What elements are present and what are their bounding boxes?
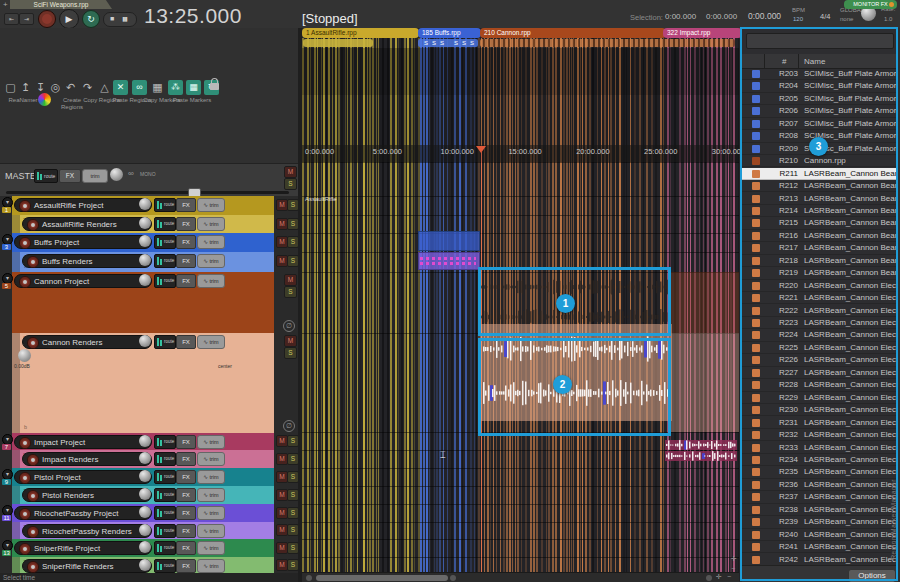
lock-icon[interactable] — [210, 83, 219, 90]
region-name[interactable]: LASRBeam_Cannon Electricity Be — [804, 367, 896, 378]
track-fx-button[interactable]: FX — [176, 217, 196, 231]
selection-start-value[interactable]: 0:00.000 — [665, 12, 696, 21]
region-row[interactable]: R215LASRBeam_Cannon Beam-Reloa — [742, 217, 898, 229]
region-filter-input[interactable] — [746, 33, 894, 49]
region-name[interactable]: LASRBeam_Cannon Electricity Be — [804, 392, 896, 403]
region-color-swatch[interactable] — [752, 157, 760, 165]
scroll-left-button[interactable] — [306, 575, 312, 581]
track-fx-button[interactable]: FX — [176, 488, 196, 502]
region-name[interactable]: LASRBeam_Cannon Electricity Be — [804, 516, 896, 527]
rate-value[interactable]: 1.0 — [884, 16, 892, 22]
region-color-swatch[interactable] — [752, 307, 760, 315]
pause-button[interactable]: ▮▮ — [122, 15, 127, 22]
play-button[interactable]: ▶ — [59, 9, 79, 29]
region-row[interactable]: R218LASRBeam_Cannon Beam-Reloa — [742, 255, 898, 267]
grid-markers-icon[interactable]: ▦ — [186, 80, 201, 95]
track-pan-knob[interactable] — [139, 198, 151, 210]
region-color-swatch[interactable] — [752, 481, 760, 489]
docker-tab-label[interactable]: Region/Marker Manager — [890, 479, 897, 560]
region-color-swatch[interactable] — [752, 257, 760, 265]
region-row[interactable]: R219LASRBeam_Cannon Beam-Reloa — [742, 267, 898, 279]
region-row[interactable]: R213LASRBeam_Cannon Beam-Reloa — [742, 193, 898, 205]
render-icon[interactable]: ◎ — [48, 80, 63, 95]
track-name-pill[interactable]: Pistol Renders — [22, 488, 152, 502]
region-row[interactable]: R226LASRBeam_Cannon Electricity Be — [742, 354, 898, 366]
bpm-value[interactable]: 120 — [793, 16, 803, 22]
region-color-swatch[interactable] — [752, 344, 760, 352]
region-color-swatch[interactable] — [752, 493, 760, 501]
record-arm-button[interactable] — [19, 437, 31, 449]
track-pan-knob[interactable] — [139, 235, 151, 247]
track-route-button[interactable]: route — [154, 506, 176, 520]
region-row[interactable]: R242LASRBeam_Cannon Electricity Be — [742, 554, 898, 566]
region-name[interactable]: LASRBeam_Cannon Beam-Reloa — [804, 255, 896, 266]
track-route-button[interactable]: route — [154, 335, 176, 349]
region-row[interactable]: R206SCIMisc_Buff Plate Armor-Deacti — [742, 105, 898, 117]
track-pan-knob[interactable] — [139, 506, 151, 518]
record-arm-button[interactable] — [19, 472, 31, 484]
region-name[interactable]: LASRBeam_Cannon Electricity Be — [804, 354, 896, 365]
record-arm-button[interactable] — [19, 508, 31, 520]
region-color-swatch[interactable] — [752, 269, 760, 277]
record-arm-button[interactable] — [27, 561, 39, 573]
region-color-swatch[interactable] — [752, 319, 760, 327]
track-fx-button[interactable]: FX — [176, 541, 196, 555]
track-fx-button[interactable]: FX — [176, 506, 196, 520]
region-color-swatch[interactable] — [752, 369, 760, 377]
phase-button[interactable]: ∅ — [283, 320, 295, 332]
track-trim-button[interactable]: ∿ trim — [197, 435, 225, 449]
region-color-swatch[interactable] — [752, 107, 760, 115]
track-fx-button[interactable]: FX — [176, 524, 196, 538]
region-color-swatch[interactable] — [752, 95, 760, 103]
region-color-swatch[interactable] — [752, 406, 760, 414]
track-fx-button[interactable]: FX — [176, 274, 196, 288]
region-name[interactable]: LASRBeam_Cannon Electricity Be — [804, 479, 896, 490]
region-row[interactable]: R210Cannon.rpp — [742, 155, 898, 167]
region-color-swatch[interactable] — [752, 294, 760, 302]
track-pan-knob[interactable] — [139, 559, 151, 571]
sub-region-yellow[interactable] — [303, 39, 373, 47]
new-project-icon[interactable]: ▢ — [3, 80, 18, 95]
track-solo-button[interactable]: S — [284, 286, 297, 298]
region-color-swatch[interactable] — [752, 132, 760, 140]
region-row[interactable]: R216LASRBeam_Cannon Beam-Reloa — [742, 230, 898, 242]
track-fx-button[interactable]: FX — [176, 559, 196, 573]
arrange-view[interactable]: 1 AssaultRifle.rpp185 Buffs.rpp210 Canno… — [302, 28, 740, 582]
region-row[interactable]: R232LASRBeam_Cannon Electricity Be — [742, 429, 898, 441]
region-name[interactable]: LASRBeam_Cannon Electricity Be — [804, 429, 896, 440]
crossfade-icon[interactable]: ✕ — [113, 80, 128, 95]
track-route-button[interactable]: route — [154, 541, 176, 555]
track-pan-knob[interactable] — [139, 488, 151, 500]
track-route-button[interactable]: route — [154, 235, 176, 249]
go-to-start-button[interactable]: ⇤ — [4, 13, 19, 25]
region-color-swatch[interactable] — [752, 207, 760, 215]
region-row[interactable]: R237LASRBeam_Cannon Electricity Be — [742, 491, 898, 503]
track-mute-button[interactable]: M — [284, 335, 297, 347]
region-row[interactable]: R204SCIMisc_Buff Plate Armor-Deacti — [742, 80, 898, 92]
track-trim-button[interactable]: ∿ trim — [197, 452, 225, 466]
region-name[interactable]: SCIMisc_Buff Plate Armor-Deacti — [804, 80, 896, 91]
zoom-out-icon[interactable]: − — [727, 573, 731, 580]
record-arm-button[interactable] — [19, 543, 31, 555]
track-trim-button[interactable]: ∿ trim — [197, 506, 225, 520]
region-name[interactable]: SCIMisc_Buff Plate Armor-Deacti — [804, 93, 896, 104]
region-row[interactable]: R225LASRBeam_Cannon Electricity Be — [742, 342, 898, 354]
redo-icon[interactable]: ↷ — [80, 80, 95, 95]
region-color-swatch[interactable] — [752, 120, 760, 128]
column-name[interactable]: Name — [804, 57, 825, 66]
region-color-swatch[interactable] — [752, 244, 760, 252]
region-row[interactable]: R241LASRBeam_Cannon Electricity Be — [742, 541, 898, 553]
region-color-swatch[interactable] — [752, 518, 760, 526]
track-route-button[interactable]: route — [154, 452, 176, 466]
track-trim-button[interactable]: ∿ trim — [197, 254, 225, 268]
v-zoom-out-icon[interactable]: − — [731, 565, 735, 572]
track-fx-button[interactable]: FX — [176, 335, 196, 349]
record-arm-button[interactable] — [27, 219, 39, 231]
region-name[interactable]: SCIMisc_Buff Plate Armor-Activa — [804, 68, 896, 79]
track-route-button[interactable]: route — [154, 488, 176, 502]
track-trim-button[interactable]: ∿ trim — [197, 274, 225, 288]
buffs-item[interactable] — [418, 231, 480, 251]
region-name[interactable]: LASRBeam_Cannon Electricity Be — [804, 554, 896, 565]
region-color-swatch[interactable] — [752, 195, 760, 203]
region-color-swatch[interactable] — [752, 394, 760, 402]
